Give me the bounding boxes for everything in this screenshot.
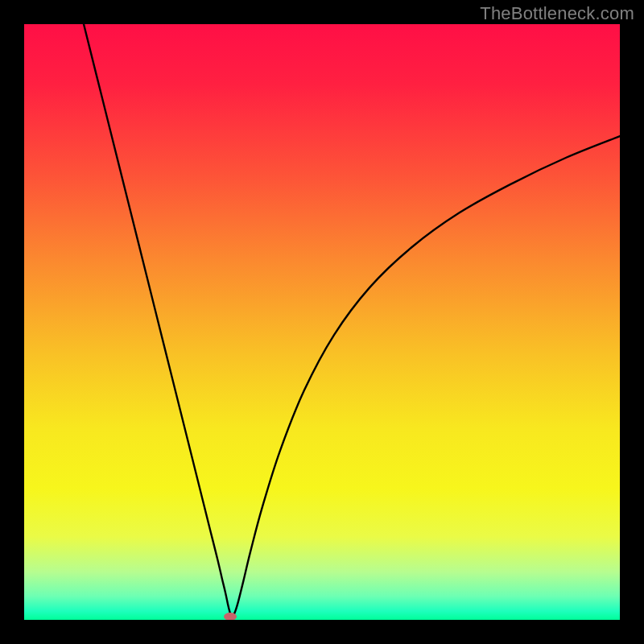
plot-area: [24, 24, 620, 620]
chart-svg: [24, 24, 620, 620]
gradient-background: [24, 24, 620, 620]
chart-frame: TheBottleneck.com: [0, 0, 644, 644]
watermark-text: TheBottleneck.com: [480, 3, 634, 24]
